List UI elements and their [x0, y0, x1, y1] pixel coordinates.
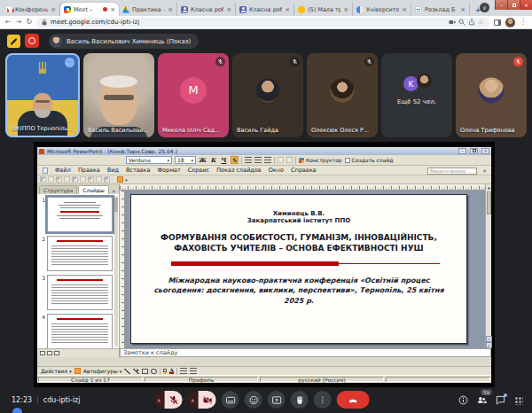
close-icon[interactable]: ×: [402, 6, 407, 13]
draw-actions-button[interactable]: Действия ▾: [41, 368, 72, 374]
scrollbar-thumb[interactable]: [487, 191, 491, 214]
tab-klasna-1[interactable]: Класна роб ×: [177, 3, 236, 16]
ppt-minimize-button[interactable]: –: [458, 148, 466, 154]
participant-tile-okippo[interactable]: ⋯ ОКІППО Тернопіль...: [5, 53, 80, 137]
tab-universytet[interactable]: Університет ×: [353, 3, 411, 16]
menu-file[interactable]: Файл: [55, 167, 71, 174]
panel-scrollbar[interactable]: [114, 196, 118, 347]
tab-klasna-2[interactable]: Класна роб ×: [236, 3, 294, 16]
screen-share-tile[interactable]: Microsoft PowerPoint - [Конф.Терн.Совр. …: [34, 142, 495, 387]
camera-in-use-icon[interactable]: [449, 19, 456, 26]
slide-thumbnail-2[interactable]: [47, 236, 113, 271]
leave-call-button[interactable]: [337, 391, 370, 409]
captions-button[interactable]: [222, 391, 239, 409]
italic-button[interactable]: К: [209, 156, 217, 164]
participant-tile-vasyl-haida[interactable]: Василь Гайда: [232, 53, 303, 137]
normal-view-icon[interactable]: [40, 351, 45, 355]
back-icon[interactable]: ←: [5, 19, 12, 26]
address-bar[interactable]: meet.google.com/cdu-ipti-izj ☆: [36, 18, 489, 27]
help-search-input[interactable]: [427, 168, 477, 175]
vertical-scrollbar[interactable]: ▲ « »: [485, 184, 491, 348]
spelling-icon[interactable]: [80, 176, 86, 183]
mic-mute-button[interactable]: [165, 391, 183, 409]
menu-help[interactable]: Справка: [291, 167, 317, 174]
align-center-icon[interactable]: [254, 157, 262, 163]
share-icon[interactable]: [468, 19, 475, 26]
ppt-close-button[interactable]: ×: [481, 148, 489, 154]
menu-view[interactable]: Вид: [107, 167, 119, 174]
close-icon[interactable]: ×: [226, 6, 231, 13]
present-button[interactable]: [268, 391, 286, 409]
tile-menu-icon[interactable]: ⋯: [65, 58, 74, 67]
maximize-button[interactable]: [507, 0, 520, 10]
minimize-button[interactable]: –: [495, 0, 507, 10]
line-tool-icon[interactable]: [124, 369, 130, 374]
camera-options-button[interactable]: ∧: [188, 391, 198, 409]
highlighted-tool-icon[interactable]: [117, 176, 123, 183]
font-color-icon[interactable]: [278, 157, 284, 163]
slideshow-view-icon[interactable]: [54, 351, 59, 355]
new-file-icon[interactable]: [40, 176, 46, 183]
close-icon[interactable]: ×: [110, 6, 115, 13]
copy-icon[interactable]: [88, 176, 94, 183]
fill-color-icon[interactable]: [163, 368, 167, 374]
close-window-button[interactable]: ×: [520, 0, 532, 10]
chat-button[interactable]: [496, 395, 505, 405]
caret-down-icon[interactable]: ▾: [125, 177, 128, 183]
menu-format[interactable]: Формат: [157, 167, 180, 174]
menu-tools[interactable]: Сервис: [188, 167, 209, 174]
menu-insert[interactable]: Вставка: [126, 167, 151, 174]
close-icon[interactable]: ×: [110, 188, 118, 194]
tab-conference[interactable]: Конференц ×: [2, 3, 60, 16]
more-options-button[interactable]: ⋮: [314, 391, 332, 409]
scroll-up-icon[interactable]: ▲: [486, 185, 492, 190]
participant-tile-oleksiuk[interactable]: Олексюк Олеся Р...: [307, 53, 378, 137]
browser-menu-icon[interactable]: ⋮: [520, 19, 527, 26]
oval-tool-icon[interactable]: [151, 369, 157, 374]
open-icon[interactable]: [48, 176, 54, 183]
previous-slide-button[interactable]: «: [486, 336, 492, 342]
bold-button[interactable]: Ж: [199, 156, 207, 164]
print-icon[interactable]: [64, 176, 70, 183]
menu-slideshow[interactable]: Показ слайдов: [216, 167, 262, 174]
mic-options-button[interactable]: ∧: [154, 391, 164, 409]
align-right-icon[interactable]: [264, 157, 271, 163]
side-panel-icon[interactable]: [494, 19, 501, 26]
zoom-icon[interactable]: [458, 19, 466, 26]
tab-meet[interactable]: Meet – ×: [60, 3, 119, 16]
font-color-icon[interactable]: A: [169, 368, 174, 374]
tab-rozklad[interactable]: Розклад Б ×: [411, 3, 470, 16]
participant-tile-vasyl-khymynets[interactable]: Василь Васильови...: [83, 53, 154, 137]
slide[interactable]: Химинець В.В. Закарпатський інститут ППО…: [130, 194, 467, 344]
participant-tile-tryfonova[interactable]: Олена Трифонова: [456, 53, 527, 137]
font-size-combo[interactable]: 18 ▾: [175, 156, 196, 164]
next-slide-button[interactable]: »: [486, 342, 492, 348]
close-icon[interactable]: ×: [460, 6, 466, 13]
paste-icon[interactable]: [96, 176, 102, 183]
design-button[interactable]: Конструктор: [299, 157, 342, 163]
tab-slides[interactable]: Слайды: [78, 185, 109, 194]
menu-window[interactable]: Окно: [269, 167, 284, 174]
dash-style-icon[interactable]: [190, 368, 197, 374]
reactions-button[interactable]: [245, 391, 262, 409]
annotation-pen-icon[interactable]: [7, 35, 20, 48]
undo-icon[interactable]: [104, 176, 110, 183]
save-icon[interactable]: [56, 176, 62, 183]
shadow-button[interactable]: S: [231, 156, 239, 164]
close-icon[interactable]: ×: [285, 6, 290, 13]
tab-outline[interactable]: Структура: [39, 185, 77, 194]
font-name-combo[interactable]: Verdana ▾: [126, 156, 172, 164]
reload-icon[interactable]: ↻: [26, 19, 32, 26]
browser-profile-avatar[interactable]: [505, 18, 515, 27]
rectangle-tool-icon[interactable]: [142, 369, 148, 374]
more-participants-tile[interactable]: K Ещё 52 чел.: [381, 53, 452, 137]
notes-pane[interactable]: Заметки к слайду: [120, 348, 491, 357]
forward-icon[interactable]: →: [16, 19, 22, 26]
new-slide-button[interactable]: Создать слайд: [345, 157, 394, 163]
arrow-tool-icon[interactable]: [133, 369, 139, 374]
raise-hand-button[interactable]: [291, 391, 309, 409]
bookmark-star-icon[interactable]: ☆: [478, 19, 485, 26]
recording-indicator-icon[interactable]: [25, 34, 39, 48]
autoshapes-button[interactable]: Автофигуры ▾: [83, 368, 122, 374]
underline-button[interactable]: Ч: [220, 156, 228, 164]
